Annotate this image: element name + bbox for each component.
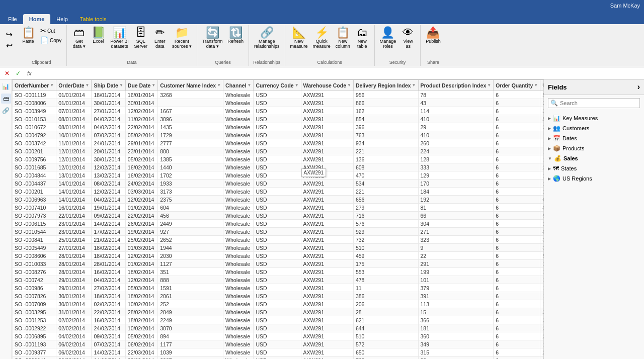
table-cell: 05/02/2014 [125, 131, 157, 139]
table-cell: 854 [353, 115, 418, 123]
field-category-customers[interactable]: ▶👥Customers [544, 123, 644, 133]
table-cell: SO -0009377 [13, 348, 56, 356]
nav-report-icon[interactable]: 📊 [1, 81, 11, 92]
table-area[interactable]: OrderNumber▼OrderDate▼Ship Date▼Due Date… [12, 79, 543, 359]
field-category-key-measures[interactable]: ▶📊Key Measures [544, 113, 644, 123]
column-header-ship-date[interactable]: Ship Date▼ [92, 80, 125, 91]
column-header-customer-name-index[interactable]: Customer Name Index▼ [158, 80, 223, 91]
table-cell: 18/01/2014 [92, 91, 125, 99]
table-cell: 06/02/2014 [125, 340, 157, 348]
column-header-due-date[interactable]: Due Date▼ [125, 80, 157, 91]
new-table-button[interactable]: 🗂 Newtable [353, 26, 371, 50]
table-cell: 07/01/2014 [56, 107, 92, 115]
table-cell: SO -0004844 [13, 171, 56, 180]
table-cell: SO -0001119 [13, 91, 56, 99]
copy-button[interactable]: 📄 Copy [38, 36, 63, 45]
tab-table-tools[interactable]: Table tools [74, 14, 113, 24]
table-cell: 304 [418, 220, 494, 228]
table-cell: 3070 [158, 324, 223, 332]
table-cell: SO -0001685 [13, 163, 56, 171]
table-cell: SO -000201 [13, 147, 56, 155]
field-category-us-regions[interactable]: ▶🌎US Regions [544, 173, 644, 184]
table-cell: USD [254, 99, 301, 107]
table-cell: 14/02/2014 [92, 220, 125, 228]
table-row: SO -00084125/01/201421/02/201425/02/2014… [13, 236, 544, 244]
table-cell: 12/01/2014 [56, 155, 92, 163]
table-cell: 27/01/2014 [56, 244, 92, 252]
table-cell: 27/01/2014 [92, 107, 125, 115]
collapse-panel-icon[interactable]: › [637, 82, 640, 92]
manage-relationships-button[interactable]: 🔗 Managerelationships [252, 26, 282, 50]
column-header-order-quantity[interactable]: Order Quantity▼ [494, 80, 540, 91]
manage-roles-button[interactable]: 👤 Manageroles [378, 26, 398, 50]
table-cell: 929 [353, 228, 418, 236]
table-cell: Wholesale [223, 284, 254, 292]
undo-button[interactable]: ↩ [4, 29, 15, 40]
table-cell: USD [254, 188, 301, 196]
column-header-delivery-region-index[interactable]: Delivery Region Index▼ [353, 80, 418, 91]
tab-help[interactable]: Help [50, 14, 74, 24]
new-column-button[interactable]: 📋 Newcolumn [334, 26, 352, 50]
table-cell: Wholesale [223, 180, 254, 188]
table-cell: 1591 [158, 284, 223, 292]
table-cell: 24/02/2014 [92, 324, 125, 332]
nav-model-icon[interactable]: 🔗 [1, 106, 11, 116]
redo-button[interactable]: ↩ [4, 40, 15, 51]
refresh-button[interactable]: 🔃 Refresh [226, 26, 246, 45]
confirm-icon[interactable]: ✓ [13, 68, 23, 78]
field-category-dates[interactable]: ▶📅Dates [544, 133, 644, 143]
table-cell: 1385 [158, 155, 223, 163]
field-category-states[interactable]: ▶🗺States [544, 163, 644, 173]
table-cell: 04/02/2014 [92, 276, 125, 284]
table-cell: AXW291 [301, 155, 353, 163]
table-cell: 934 [353, 139, 418, 147]
ribbon: ↩ ↩ 📋 Paste ✂ Cut 📄 Copy Clipboard [0, 24, 644, 67]
column-header-orderdate[interactable]: OrderDate▼ [56, 80, 92, 91]
column-header-channel[interactable]: Channel▼ [223, 80, 254, 91]
get-data-button[interactable]: 🗃 Getdata ▾ [70, 26, 88, 50]
fields-search-input[interactable] [560, 100, 637, 106]
sql-button[interactable]: 🗄 SQLServer [132, 26, 150, 50]
tab-home[interactable]: Home [23, 14, 51, 24]
transform-data-button[interactable]: 🔄 Transformdata ▾ [200, 26, 225, 50]
table-cell: SO -0010153 [13, 115, 56, 123]
column-header-ordernumber[interactable]: OrderNumber▼ [13, 80, 56, 91]
table-cell: 927 [158, 228, 223, 236]
table-cell: Wholesale [223, 212, 254, 220]
tab-file[interactable]: File [2, 14, 23, 24]
ribbon-group-undo: ↩ ↩ [2, 25, 16, 66]
column-header-currency-code[interactable]: Currency Code▼ [254, 80, 301, 91]
copy-icon: 📄 [40, 36, 49, 44]
table-row: SO -000292202/02/201424/02/201410/02/201… [13, 324, 544, 332]
table-cell: Wholesale [223, 139, 254, 147]
paste-button[interactable]: 📋 Paste [19, 26, 37, 45]
formula-input[interactable] [36, 70, 642, 76]
table-cell: 28/01/2014 [56, 260, 92, 268]
view-as-button[interactable]: 👁 Viewas [399, 26, 417, 50]
cancel-icon[interactable]: ✕ [2, 68, 12, 78]
table-cell: 22/02/2014 [125, 123, 157, 131]
quick-measure-button[interactable]: ⚡ Quickmeasure [311, 26, 333, 50]
table-cell: 6 [494, 348, 540, 356]
field-category-products[interactable]: ▶📦Products [544, 143, 644, 153]
new-measure-button[interactable]: 📐 Newmeasure [288, 26, 310, 50]
publish-button[interactable]: 📤 Publish [424, 26, 443, 45]
table-cell: 6 [494, 244, 540, 252]
table-row: SO -001015308/01/201404/02/201411/02/201… [13, 115, 544, 123]
enter-data-button[interactable]: ✏ Enterdata [151, 26, 169, 50]
table-cell: USD [254, 340, 301, 348]
powerbi-button[interactable]: 📊 Power BIdatasets [108, 26, 131, 50]
table-cell: SO -0006941 [13, 356, 56, 360]
recent-sources-button[interactable]: 📁 Recentsources ▾ [170, 26, 194, 50]
cut-button[interactable]: ✂ Cut [38, 26, 63, 35]
column-header-unit-price[interactable]: Unit Price▼ [540, 80, 543, 91]
field-category-sales[interactable]: ▼💰Sales [544, 153, 644, 163]
column-header-warehouse-code[interactable]: Warehouse Code▼ [301, 80, 353, 91]
table-cell: SO -0006963 [13, 196, 56, 204]
table-cell: SO -0009756 [13, 155, 56, 163]
excel-button[interactable]: 📗 Excel [89, 26, 107, 45]
table-cell: 9 [418, 244, 494, 252]
column-header-product-description-index[interactable]: Product Description Index▼ [418, 80, 494, 91]
nav-data-icon[interactable]: 🗃 [1, 94, 11, 104]
search-box: 🔍 [548, 98, 640, 108]
